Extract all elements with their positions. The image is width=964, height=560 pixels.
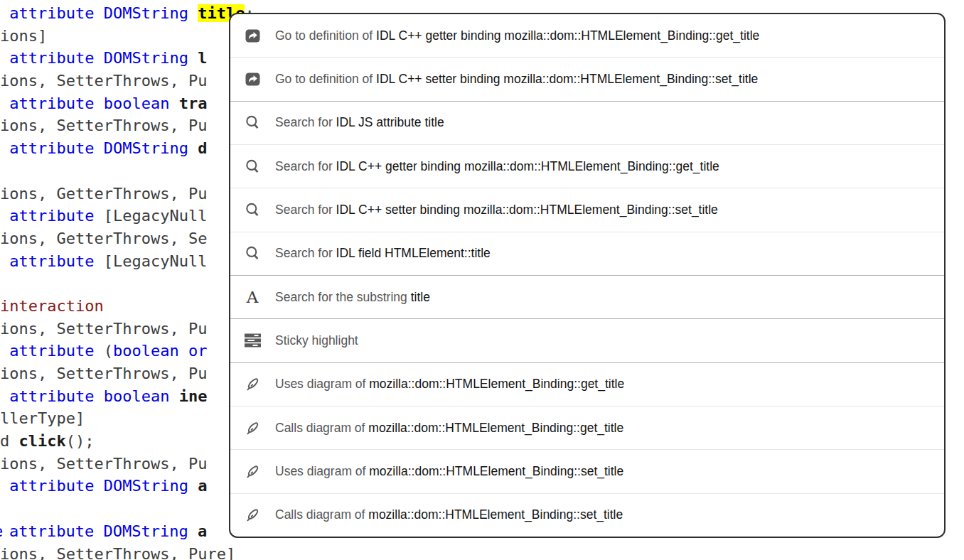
menu-item-label: Uses diagram of mozilla::dom::HTMLElemen…: [275, 377, 624, 392]
menu-item-search-getter-binding[interactable]: Search for IDL C++ getter binding mozill…: [230, 144, 944, 188]
diagram-icon: [243, 464, 262, 479]
code-line: ions, GetterThrows, Pu: [0, 183, 255, 205]
code-line: ions]: [0, 25, 255, 48]
code-token: ions]: [0, 27, 47, 45]
menu-item-symbol: mozilla::dom::HTMLElement_Binding::set_t…: [368, 507, 623, 522]
menu-item-label: Sticky highlight: [275, 333, 358, 348]
code-token: [179, 342, 188, 360]
menu-item-symbol: mozilla::dom::HTMLElement_Binding::get_t…: [368, 421, 623, 435]
code-token: a: [198, 477, 207, 495]
code-token: ions, SetterThrows, Pu: [0, 365, 207, 382]
code-token: d: [0, 432, 19, 450]
code-line: ions, SetterThrows, Pu: [0, 70, 255, 92]
code-token: attribute: [9, 4, 94, 22]
code-token: [0, 4, 9, 22]
menu-item-calls-diagram-getter[interactable]: Calls diagram of mozilla::dom::HTMLEleme…: [230, 406, 944, 449]
code-token: [94, 387, 103, 405]
code-line: llerType]: [0, 407, 255, 430]
code-line: attribute boolean tra: [0, 92, 255, 115]
menu-item-search-setter-binding[interactable]: Search for IDL C++ setter binding mozill…: [230, 188, 944, 231]
code-line: attribute DOMString title;: [0, 2, 255, 25]
code-token: [0, 387, 9, 405]
code-token: boolean: [104, 95, 170, 112]
code-line: attribute (boolean or: [0, 340, 255, 362]
code-token: attribute: [9, 49, 94, 67]
code-line: eattribute DOMString a: [0, 520, 255, 543]
code-token: click: [19, 432, 66, 450]
code-token: [169, 95, 178, 112]
menu-item-sticky-highlight[interactable]: Sticky highlight: [230, 318, 944, 362]
code-token: [94, 477, 103, 495]
code-token: [0, 342, 9, 360]
code-token: DOMString: [104, 477, 188, 495]
search-icon: [243, 159, 262, 174]
code-line: attribute [LegacyNull: [0, 205, 255, 227]
code-token: tra: [179, 95, 208, 112]
code-token: ions, SetterThrows, Pu: [0, 72, 207, 90]
menu-item-search-idl-js-attribute[interactable]: Search for IDL JS attribute title: [230, 101, 944, 144]
code-token: [169, 387, 178, 405]
code-token: ();: [66, 432, 95, 450]
menu-item-label: Go to definition of IDL C++ setter bindi…: [275, 72, 758, 87]
menu-item-uses-diagram-getter[interactable]: Uses diagram of mozilla::dom::HTMLElemen…: [230, 362, 944, 406]
code-pane: attribute DOMString title;ions] attribut…: [0, 2, 255, 560]
code-token: ions, GetterThrows, Pu: [0, 185, 207, 203]
code-line: attribute DOMString d: [0, 137, 255, 160]
code-token: DOMString: [104, 4, 188, 22]
code-token: attribute: [9, 477, 94, 495]
code-token: [188, 139, 198, 157]
code-token: [188, 49, 198, 67]
menu-item-goto-def-getter[interactable]: Go to definition of IDL C++ getter bindi…: [230, 14, 944, 57]
code-token: [LegacyNull: [94, 252, 207, 270]
code-token: ine: [179, 387, 208, 405]
code-line: attribute [LegacyNull: [0, 250, 255, 273]
code-token: boolean: [113, 342, 179, 360]
code-token: [0, 139, 9, 157]
code-line: ions, SetterThrows, Pu: [0, 453, 255, 475]
menu-item-label: Search for IDL C++ setter binding mozill…: [275, 203, 718, 217]
menu-item-label: Search for IDL C++ getter binding mozill…: [275, 159, 719, 174]
code-token: [94, 49, 103, 67]
menu-item-search-idl-field[interactable]: Search for IDL field HTMLElement::title: [230, 232, 944, 275]
code-token: ions, SetterThrows, Pu: [0, 320, 207, 338]
menu-item-uses-diagram-setter[interactable]: Uses diagram of mozilla::dom::HTMLElemen…: [230, 449, 944, 492]
code-token: attribute: [9, 387, 94, 405]
code-token: ions, SetterThrows, Pu: [0, 455, 207, 473]
code-token: [94, 139, 103, 157]
code-token: a: [198, 522, 207, 540]
menu-item-symbol: mozilla::dom::HTMLElement_Binding::set_t…: [369, 464, 623, 478]
code-token: e: [0, 520, 9, 543]
substring-search-icon: A: [243, 289, 262, 306]
code-token: boolean: [104, 387, 170, 405]
menu-item-symbol: title: [411, 290, 430, 304]
menu-item-goto-def-setter[interactable]: Go to definition of IDL C++ setter bindi…: [230, 57, 944, 100]
code-line: d click();: [0, 430, 255, 453]
code-token: [188, 522, 198, 540]
code-line: ions, SetterThrows, Pu: [0, 362, 255, 385]
diagram-icon: [243, 507, 262, 522]
code-token: [0, 477, 9, 495]
menu-item-label: Go to definition of IDL C++ getter bindi…: [275, 28, 759, 43]
code-token: DOMString: [103, 522, 188, 540]
code-token: llerType]: [0, 409, 85, 427]
search-icon: [243, 115, 262, 130]
code-token: DOMString: [104, 139, 188, 157]
menu-item-calls-diagram-setter[interactable]: Calls diagram of mozilla::dom::HTMLEleme…: [230, 493, 944, 537]
code-token: [94, 4, 103, 22]
code-line: [0, 497, 255, 520]
code-token: attribute: [9, 342, 94, 360]
code-token: [0, 207, 9, 225]
menu-item-label: Search for IDL JS attribute title: [275, 115, 444, 130]
code-token: [94, 522, 103, 540]
code-token: [0, 95, 9, 112]
code-token: [LegacyNull: [94, 207, 207, 225]
search-icon: [243, 246, 262, 261]
menu-item-search-substring[interactable]: ASearch for the substring title: [230, 275, 944, 318]
menu-item-label: Calls diagram of mozilla::dom::HTMLEleme…: [275, 507, 623, 522]
context-menu: Go to definition of IDL C++ getter bindi…: [229, 13, 946, 538]
menu-item-label: Search for IDL field HTMLElement::title: [275, 246, 491, 261]
code-line: ions, SetterThrows, Pu: [0, 318, 255, 340]
code-token: attribute: [9, 139, 94, 157]
code-token: attribute: [9, 95, 94, 112]
code-token: (: [94, 342, 113, 360]
